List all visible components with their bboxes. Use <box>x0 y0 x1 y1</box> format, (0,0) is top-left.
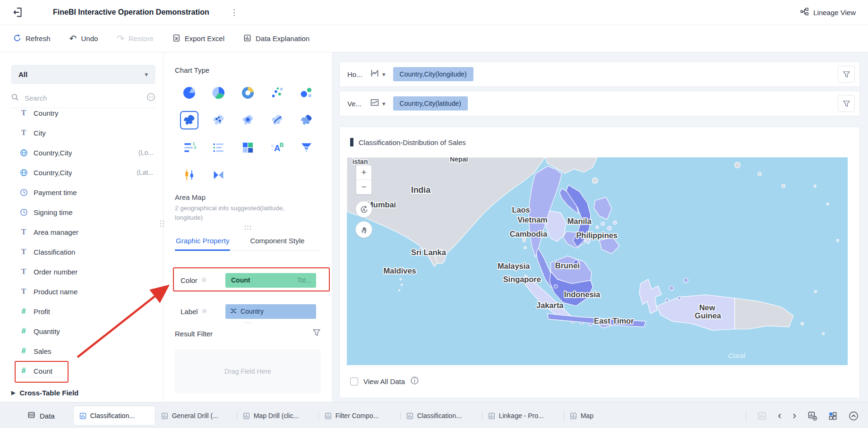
table-selector-dropdown[interactable]: All ▾ <box>11 65 155 84</box>
horizontal-filter-button[interactable] <box>838 66 855 83</box>
map-zoom-out-button[interactable]: − <box>356 180 371 194</box>
row-resize-handle[interactable]: ⋯ <box>175 319 321 325</box>
field-item-country-city-2[interactable]: Country,City(Lo... <box>0 143 163 163</box>
field-item-sales-12[interactable]: #Sales <box>0 341 163 361</box>
field-item-classification-7[interactable]: TClassification <box>0 242 163 262</box>
field-item-order-number-8[interactable]: TOrder number <box>0 262 163 282</box>
field-item-country-0[interactable]: TCountry <box>0 109 163 123</box>
vertical-filter-button[interactable] <box>838 95 855 112</box>
prev-tab-button[interactable]: ‹ <box>778 411 781 421</box>
chart-type-ranking-table-icon[interactable]: 12 <box>175 134 204 161</box>
vertical-axis-icon[interactable] <box>370 98 379 109</box>
map-canvas[interactable]: istanNepalIndiaMumbaiLaosVietnamCambodia… <box>347 157 848 365</box>
filter-funnel-icon[interactable] <box>312 328 321 339</box>
app-title: FineBI Interactive Operation Demonstrati… <box>53 8 209 17</box>
chart-type-scatter-chart-icon[interactable] <box>262 79 292 106</box>
tab-graphic-property[interactable]: Graphic Property <box>175 232 230 250</box>
selected-chart-name: Area Map <box>175 193 321 203</box>
info-icon[interactable] <box>410 376 419 387</box>
dashboard-tab-map-drill-clic-2[interactable]: Map Drill (clic... <box>237 406 318 425</box>
next-tab-button[interactable]: › <box>793 411 796 421</box>
chevron-down-icon[interactable]: ▾ <box>382 71 386 78</box>
dashboard-tab-general-drill-1[interactable]: General Drill (... <box>155 406 237 425</box>
view-all-data-checkbox[interactable] <box>350 377 358 385</box>
field-item-quantity-11[interactable]: #Quantity <box>0 321 163 341</box>
map-label-istan: istan <box>352 158 368 165</box>
dashboard-tab-filter-compo-3[interactable]: Filter Compo... <box>319 406 400 425</box>
chart-type-block-chart-icon[interactable] <box>233 134 263 161</box>
chart-type-funnel-chart-icon[interactable] <box>292 134 321 161</box>
field-item-count-13[interactable]: #Count <box>0 361 163 381</box>
chart-type-bubble-chart-icon[interactable] <box>292 79 321 106</box>
chart-type-fill-map-icon[interactable] <box>292 106 321 134</box>
horizontal-field-pill[interactable]: Country,City(longitude) <box>393 67 473 81</box>
chart-type-heat-region-map-icon[interactable] <box>233 106 263 134</box>
title-more-icon[interactable]: ⋮ <box>230 9 238 17</box>
tab-component-style[interactable]: Component Style <box>249 232 305 250</box>
gear-icon[interactable] <box>201 308 207 316</box>
field-item-product-name-9[interactable]: TProduct name <box>0 282 163 301</box>
vertical-field-pill[interactable]: Country,City(latitude) <box>393 96 468 111</box>
vertical-shelf-label: Ve... <box>347 100 368 108</box>
tab-chart-icon <box>79 412 86 419</box>
search-input[interactable] <box>24 94 142 103</box>
field-item-area-manager-6[interactable]: TArea manager <box>0 222 163 242</box>
dashboard-tab-map-6[interactable]: Map <box>564 406 613 425</box>
field-item-city-1[interactable]: TCity <box>0 123 163 143</box>
chart-type-sankey-chart-icon[interactable] <box>204 161 233 188</box>
collapse-panel-button[interactable] <box>849 411 859 421</box>
field-item-payment-time-4[interactable]: Payment time <box>0 182 163 202</box>
map-pan-hand-button[interactable] <box>355 221 372 238</box>
horizontal-axis-icon[interactable] <box>370 68 379 80</box>
chart-type-rose-chart-icon[interactable] <box>233 79 263 106</box>
chart-type-area-map-icon[interactable] <box>175 106 204 134</box>
map-label-vietnam: Vietnam <box>517 215 548 224</box>
text-field-icon: T <box>18 287 29 296</box>
chart-footer: View All Data <box>340 365 859 398</box>
map-label-maldives: Maldives <box>383 266 416 275</box>
horizontal-shelf-label: Ho... <box>347 70 368 78</box>
map-zoom-in-button[interactable]: + <box>356 165 371 180</box>
sidebar-resize-handle[interactable] <box>160 220 164 229</box>
chart-type-detail-table-icon[interactable] <box>204 134 233 161</box>
chevron-down-icon[interactable]: ▾ <box>382 100 386 107</box>
export-excel-button[interactable]: Export Excel <box>172 34 224 43</box>
result-filter-drop-zone[interactable]: Drag Field Here <box>175 349 321 394</box>
exit-icon[interactable] <box>12 7 24 18</box>
chart-type-point-map-icon[interactable] <box>204 106 233 134</box>
data-panel-button[interactable]: Data <box>27 411 55 420</box>
map-container[interactable]: istanNepalIndiaMumbaiLaosVietnamCambodia… <box>347 157 848 365</box>
result-filter-row: Result Filter <box>175 326 321 341</box>
field-label: City <box>34 129 46 137</box>
chart-type-candlestick-chart-icon[interactable] <box>175 161 204 188</box>
chart-config-panel: Chart Type 12cAB Area Map 2 geographical… <box>163 52 333 402</box>
undo-button[interactable]: ↶ Undo <box>69 34 98 43</box>
field-item-country-city-3[interactable]: Country,City(Lat... <box>0 163 163 182</box>
color-field-pill[interactable]: Count Tot... <box>225 273 316 288</box>
panel-resize-handle[interactable] <box>175 224 321 231</box>
data-table-icon <box>27 411 35 420</box>
search-more-icon[interactable] <box>146 93 155 103</box>
lineage-view-button[interactable]: Lineage View <box>800 7 856 17</box>
data-explanation-button[interactable]: Data Explanation <box>243 34 309 43</box>
refresh-button[interactable]: Refresh <box>13 34 51 43</box>
map-label-guinea: Guinea <box>695 311 721 320</box>
gear-icon[interactable] <box>201 276 207 284</box>
label-field-pill[interactable]: Country <box>225 304 316 319</box>
map-auto-fit-button[interactable]: A <box>355 201 372 218</box>
add-component-button[interactable] <box>808 411 817 420</box>
field-label: Sales <box>34 347 52 355</box>
chart-type-pie-chart-icon[interactable] <box>175 79 204 106</box>
dashboard-tab-classification-4[interactable]: Classification... <box>401 406 482 425</box>
field-item-signing-time-5[interactable]: Signing time <box>0 202 163 222</box>
chart-type-flow-map-icon[interactable] <box>262 106 292 134</box>
chart-type-word-cloud-icon[interactable]: cAB <box>262 134 292 161</box>
dashboard-tab-linkage-pro-5[interactable]: Linkage - Pro... <box>482 406 564 425</box>
dashboard-grid-button[interactable] <box>828 411 837 420</box>
chart-type-multi-pie-chart-icon[interactable] <box>204 79 233 106</box>
restore-button: ↷ Restore <box>117 34 153 43</box>
cross-table-field-section[interactable]: ▶ Cross-Table Field <box>0 384 163 402</box>
dashboard-tab-classification-0[interactable]: Classification... <box>74 406 155 425</box>
field-item-profit-10[interactable]: #Profit <box>0 301 163 321</box>
component-preview-icon <box>757 411 766 420</box>
